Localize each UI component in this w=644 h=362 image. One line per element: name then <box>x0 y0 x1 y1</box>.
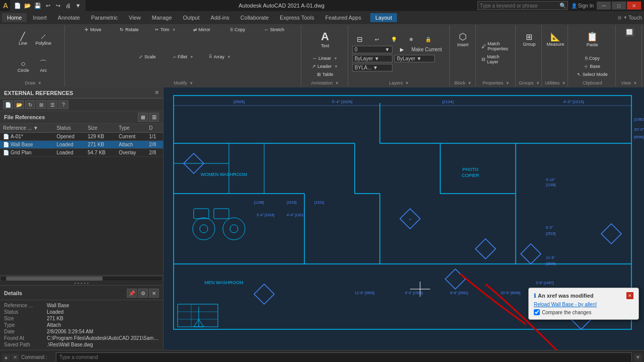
tab-output[interactable]: Output <box>178 13 205 22</box>
xref-help-btn[interactable]: ? <box>58 100 68 109</box>
table-row[interactable]: 📄Grid Plan Loaded 54.7 KB Overlay 2/8 <box>0 149 163 157</box>
copy-btn[interactable]: ⎘Copy <box>220 26 256 33</box>
command-close-btn[interactable]: ✕ <box>11 353 19 361</box>
layer-manager-btn[interactable]: ⊟ <box>352 34 367 44</box>
fillet-btn[interactable]: ⌐Fillet▼ <box>166 53 201 60</box>
maximize-btn[interactable]: □ <box>612 2 626 10</box>
sign-in-btn[interactable]: 👤 Sign In <box>571 3 594 9</box>
sidebar-hscroll[interactable] <box>0 275 163 281</box>
utilities-expand[interactable]: ▼ <box>562 81 566 85</box>
scale-btn[interactable]: ⤢Scale <box>130 53 165 60</box>
groups-expand[interactable]: ▼ <box>536 81 540 85</box>
redo-btn[interactable]: ↪ <box>53 1 62 10</box>
notification-checkbox[interactable] <box>534 309 540 315</box>
qat-more-btn[interactable]: ▼ <box>73 1 83 10</box>
details-divider[interactable]: • • • • • <box>0 281 163 285</box>
properties-expand[interactable]: ▼ <box>506 81 510 85</box>
tab-express[interactable]: Express Tools <box>275 13 319 22</box>
block-expand[interactable]: ▼ <box>467 81 471 85</box>
command-expand-btn[interactable]: ▲ <box>2 353 10 361</box>
fillet-expand[interactable]: ▼ <box>190 55 194 59</box>
properties-bylayer[interactable]: ByLayer ▼ <box>352 55 392 62</box>
new-btn[interactable]: 📄 <box>13 1 22 10</box>
open-btn[interactable]: 📂 <box>23 1 32 10</box>
save-btn[interactable]: 💾 <box>33 1 42 10</box>
view-expand[interactable]: ▼ <box>633 81 637 85</box>
layer-previous-btn[interactable]: ↩ <box>369 36 384 43</box>
tab-collaborate[interactable]: Collaborate <box>235 13 274 22</box>
details-settings-btn[interactable]: ⚙ <box>138 289 148 298</box>
tab-parametric[interactable]: Parametric <box>86 13 123 22</box>
command-input[interactable] <box>56 352 632 363</box>
stretch-btn[interactable]: ↔Stretch <box>257 26 292 33</box>
measure-btn[interactable]: 📐 Measure <box>544 26 566 52</box>
make-current-btn[interactable]: ▶ <box>394 46 410 53</box>
tab-layout[interactable]: Layout <box>370 13 397 22</box>
circle-btn[interactable]: ○ Circle <box>14 53 33 79</box>
layer-lock-btn[interactable]: 🔒 <box>421 36 436 43</box>
search-icon[interactable]: 🔍 <box>558 1 568 10</box>
xref-list-btn[interactable]: ☰ <box>47 100 57 109</box>
tab-insert[interactable]: Insert <box>28 13 52 22</box>
select-mode-btn[interactable]: ↖Select Mode <box>574 71 611 78</box>
xref-tree-btn[interactable]: ⊞ <box>36 100 46 109</box>
match-layer-btn[interactable]: ⊟Match Layer <box>478 53 514 65</box>
base-btn[interactable]: ⊹Base <box>574 63 611 70</box>
tab-view[interactable]: View <box>124 13 146 22</box>
match-properties-btn[interactable]: 🖊Match Properties <box>478 40 514 52</box>
command-autocomplete-btn[interactable]: ▼ <box>634 353 642 361</box>
linetype-selector[interactable]: BYLA... ▼ <box>352 64 392 71</box>
undo-btn[interactable]: ↩ <box>43 1 52 10</box>
xref-open-btn[interactable]: 📂 <box>14 100 24 109</box>
table-row[interactable]: 📄Wall Base Loaded 271 KB Attach 2/8 <box>0 141 163 149</box>
view-btn[interactable]: 🔲 <box>622 26 637 38</box>
paste-btn[interactable]: 📋 Paste <box>583 26 602 52</box>
mirror-btn[interactable]: ⇌Mirror <box>184 26 219 33</box>
tab-addins[interactable]: Add-ins <box>206 13 234 22</box>
properties-bylayer2[interactable]: ByLayer ▼ <box>394 55 435 62</box>
text-btn[interactable]: A Text <box>315 26 335 52</box>
details-close-btn[interactable]: ✕ <box>149 289 159 298</box>
touch-label[interactable]: Touch <box>628 15 642 21</box>
trim-expand[interactable]: ▼ <box>172 28 176 32</box>
close-btn[interactable]: ✕ <box>627 2 641 10</box>
insert-btn[interactable]: ⬡ Insert <box>453 26 472 52</box>
xref-new-btn[interactable]: 📄 <box>3 100 13 109</box>
refs-list-btn[interactable]: ☰ <box>149 113 159 122</box>
xref-refresh-btn[interactable]: ↻ <box>25 100 35 109</box>
modify-expand[interactable]: ▼ <box>189 81 193 85</box>
tab-annotate[interactable]: Annotate <box>53 13 85 22</box>
group-btn[interactable]: ⊞ Group <box>520 26 539 52</box>
tab-featured[interactable]: Featured Apps <box>320 13 366 22</box>
workspace-btn[interactable]: ⚙▼ <box>617 15 627 21</box>
layer-off-btn[interactable]: 💡 <box>386 36 401 43</box>
sidebar-close-icon[interactable]: ✕ <box>154 89 159 96</box>
table-btn[interactable]: ⊞Table <box>307 71 343 78</box>
minimize-btn[interactable]: ─ <box>597 2 611 10</box>
plot-btn[interactable]: 🖨 <box>63 1 72 10</box>
notification-link[interactable]: Reload Wall Base - by allen! <box>534 302 633 307</box>
layer-freeze-btn[interactable]: ❄ <box>404 36 419 43</box>
rotate-btn[interactable]: ↻Rotate <box>112 26 147 33</box>
line-btn[interactable]: ╱ Line <box>13 26 32 52</box>
dim-expand[interactable]: ▼ <box>334 56 338 61</box>
dimension-btn[interactable]: ↔Linear▼ <box>307 55 343 62</box>
search-input[interactable] <box>478 3 558 9</box>
array-expand[interactable]: ▼ <box>227 55 231 59</box>
draw-expand[interactable]: ▼ <box>38 81 42 85</box>
notification-close-btn[interactable]: ✕ <box>626 292 633 299</box>
layers-expand[interactable]: ▼ <box>405 81 409 85</box>
tab-home[interactable]: Home <box>2 13 27 22</box>
move-btn[interactable]: ✛Move <box>75 26 111 33</box>
trim-btn[interactable]: ✂Trim▼ <box>148 26 183 33</box>
array-btn[interactable]: ⠿Array▼ <box>202 53 237 60</box>
leader-expand[interactable]: ▼ <box>334 64 338 69</box>
refs-view-btn[interactable]: ⊞ <box>138 113 148 122</box>
details-pin-btn[interactable]: 📌 <box>127 289 137 298</box>
copy-clip-btn[interactable]: ⎘Copy <box>574 55 611 62</box>
polyline-btn[interactable]: ⟋ Polyline <box>33 26 53 52</box>
arc-btn[interactable]: ⌒ Arc <box>34 53 53 79</box>
layer-selector[interactable]: 0 ▼ <box>352 46 392 53</box>
table-row[interactable]: 📄A-01* Opened 129 KB Current 1/1 <box>0 133 163 141</box>
tab-manage[interactable]: Manage <box>147 13 177 22</box>
